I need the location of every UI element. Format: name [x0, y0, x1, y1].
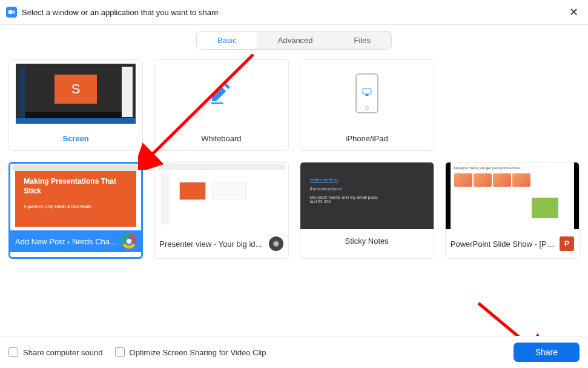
browser-icon: [269, 236, 283, 251]
svg-rect-2: [363, 89, 371, 94]
pencil-icon: [209, 80, 233, 107]
chrome-icon: [122, 234, 136, 249]
tile-presenter-label: Presenter view - Your big idea - G...: [154, 229, 288, 258]
tile-chrome-label: Add New Post ‹ Nerds Chalk — ...: [10, 230, 141, 252]
tile-iphone[interactable]: iPhone/iPad: [300, 59, 434, 151]
tile-whiteboard-label: Whiteboard: [154, 127, 288, 150]
footer: Share computer sound Optimize Screen Sha…: [0, 336, 588, 368]
tile-screen-label: Screen: [9, 127, 142, 150]
tile-presenter-view[interactable]: Presenter view - Your big idea - G...: [154, 162, 288, 259]
share-grid: S Screen Whiteboard iPhone/iPad: [0, 59, 588, 259]
airplay-icon: [362, 87, 372, 100]
tile-powerpoint[interactable]: Designer helps you get your point across…: [445, 162, 580, 259]
checkbox-optimize-video[interactable]: Optimize Screen Sharing for Video Clip: [115, 347, 266, 357]
share-button[interactable]: Share: [514, 343, 580, 362]
tab-basic[interactable]: Basic: [197, 32, 257, 49]
tile-sticky-notes[interactable]: zxilan.izn9.ru theandroidsoul Microsoft …: [300, 162, 434, 259]
tile-whiteboard[interactable]: Whiteboard: [154, 59, 288, 151]
close-button[interactable]: ✕: [565, 4, 582, 21]
svg-rect-0: [8, 10, 13, 14]
tile-iphone-preview: [300, 60, 434, 127]
tile-ppt-preview: Designer helps you get your point across…: [446, 162, 579, 229]
tile-iphone-label: iPhone/iPad: [300, 127, 434, 150]
tab-files[interactable]: Files: [334, 32, 391, 49]
titlebar: Select a window or an application that y…: [0, 0, 588, 25]
tile-chrome-preview: Making Presentations That Stick A guide …: [10, 164, 141, 230]
tile-sticky-preview: zxilan.izn9.ru theandroidsoul Microsoft …: [300, 162, 434, 229]
svg-point-4: [274, 242, 278, 246]
checkbox-icon: [8, 347, 18, 357]
tile-chrome-window[interactable]: Making Presentations That Stick A guide …: [8, 162, 143, 259]
tile-presenter-preview: [154, 162, 288, 229]
phone-icon: [355, 73, 378, 113]
checkbox-share-sound[interactable]: Share computer sound: [8, 347, 103, 357]
tile-screen-preview: S: [9, 60, 142, 127]
tab-advanced[interactable]: Advanced: [257, 32, 334, 49]
checkbox-icon: [115, 347, 125, 357]
tile-sticky-label: Sticky Notes: [300, 229, 434, 253]
tab-bar: Basic Advanced Files: [0, 31, 588, 50]
zoom-icon: [6, 7, 17, 18]
empty-cell: [445, 59, 580, 151]
titlebar-text: Select a window or an application that y…: [22, 8, 565, 17]
tile-screen[interactable]: S Screen: [8, 59, 143, 151]
tile-ppt-label: PowerPoint Slide Show - [Present... P: [446, 229, 579, 258]
powerpoint-icon: P: [560, 236, 574, 251]
tile-whiteboard-preview: [154, 60, 288, 127]
